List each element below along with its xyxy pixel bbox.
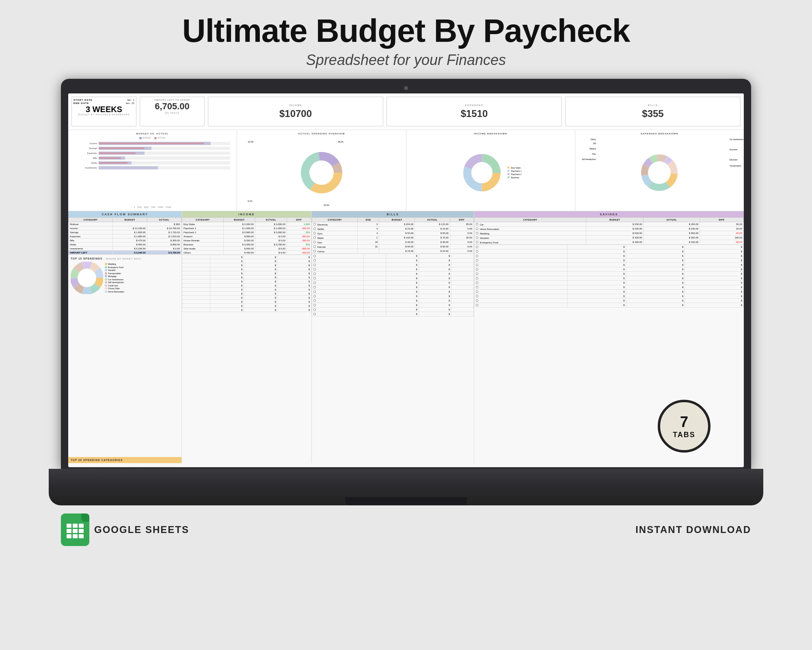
cf-col-cat: CATEGORY — [69, 218, 113, 222]
inc-diff: -500.00 — [287, 226, 311, 230]
sub-title: Spreadsheet for your Finances — [182, 52, 630, 69]
inc-budget: $ 2,000.00 — [224, 222, 255, 226]
savings-empty-row: $$$ — [475, 303, 744, 308]
bills-row: Gym 4 $ 55.00 $ 55.00 0.00 — [312, 231, 474, 236]
bills-row: Water 1 $ 100.00 $ 70.00 30.00 — [312, 236, 474, 240]
cf-cat: Savings — [69, 230, 113, 234]
sav-cat: Emergency Fund — [475, 240, 586, 245]
bills-due: 1 — [358, 236, 379, 240]
charts-row: BUDGET VS. ACTUAL BUDGET ACTUAL Income S… — [68, 130, 744, 211]
savings-table-header: SAVINGS — [474, 211, 744, 217]
cash-flow-row: Savings $ 1,800.00 $ 1,720.00 — [69, 230, 181, 234]
bills-empty-row: $$ — [312, 308, 474, 312]
savings-empty-row: $$$ — [475, 272, 744, 276]
bills-diff: 85.00 — [450, 222, 473, 227]
income-empty-row: $$$ — [182, 308, 311, 312]
left-panel: CASH FLOW SUMMARY CATEGORY BUDGET ACTUAL — [68, 211, 182, 463]
sav-budget: $ 400.00 — [586, 240, 644, 245]
inc-budget: $ 3,500.00 — [224, 243, 255, 247]
ts-title: TOP 10 SPENDINGS — [71, 257, 102, 260]
end-date-val: Jan - 22 — [125, 102, 134, 104]
income-empty-row: $$$ — [182, 288, 311, 292]
google-sheets-badge: GOOGLE SHEETS — [61, 514, 189, 546]
inc-col-budget: BUDGET — [224, 218, 255, 222]
expenses-label: EXPENSES — [389, 104, 560, 106]
laptop-wrapper: START DATE Jan - 1 END DATE Jan - 22 3 W… — [61, 79, 751, 505]
bills-diff: 0.00 — [450, 245, 473, 249]
bills-row: Internet 31 $ 50.00 $ 50.00 0.00 — [312, 245, 474, 249]
cash-flow-row: Bills $ 475.00 $ 355.00 — [69, 238, 181, 243]
income-val: $10700 — [210, 108, 381, 119]
income-row: Business $ 3,500.00 $ 3,700.00 200 — [182, 243, 311, 247]
inc-budget: $ 400.00 — [224, 251, 255, 255]
bills-label: BILLS — [567, 104, 739, 106]
sav-actual: $ 230.00 — [644, 227, 700, 231]
bills-row: Gas 18 $ 40.00 $ 35.00 5.00 — [312, 240, 474, 245]
ts-legend-item: Emergency Fund — [105, 266, 124, 269]
sav-actual: $ 300.00 — [644, 236, 700, 240]
sav-budget: $ 400.00 — [586, 236, 644, 240]
laptop-base — [49, 469, 763, 505]
instant-download-label: INSTANT DOWNLOAD — [635, 524, 751, 535]
ts-subtitle: WHERE MY MONEY WENT — [106, 258, 142, 260]
cash-flow-row: Rollover $ 390 — [69, 222, 181, 226]
legend-actual: ACTUAL — [158, 136, 166, 139]
bills-due: 4 — [358, 227, 379, 231]
savings-row: Home Renovation $ 250.00 $ 230.00 20.00 — [475, 227, 744, 231]
bills-due: 3 — [358, 222, 379, 227]
sav-actual: $ 430.00 — [644, 240, 700, 245]
bills-empty-row: $$ — [312, 303, 474, 308]
savings-empty-row: $$$ — [475, 281, 744, 285]
end-date-label: END DATE — [73, 102, 89, 104]
income-row: Side hustle $ 600.00 $ 0.00 -600.00 — [182, 247, 311, 251]
google-sheets-label: GOOGLE SHEETS — [94, 524, 189, 535]
cash-flow-row: Investments $ 5,200.00 $ 0.00 — [69, 247, 181, 251]
dashboard-label: BUDGET BY PAYCHECK DASHBOARD — [73, 113, 134, 116]
bills-empty-row: $$ — [312, 263, 474, 267]
bills-actual: $ 70.00 — [415, 236, 450, 240]
bills-budget: $ 100.00 — [379, 236, 415, 240]
inc-diff: 1,000 — [287, 222, 311, 226]
cf-cat: Debts — [69, 243, 113, 247]
bills-table-header: BILLS — [312, 211, 474, 217]
svg-point-4 — [309, 160, 334, 185]
bills-empty-row: $$ — [312, 254, 474, 258]
sav-budget: $ 500.00 — [586, 231, 644, 236]
income-empty-row: $$$ — [182, 304, 311, 308]
cash-flow-table: CATEGORY BUDGET ACTUAL Rollover $ 390 In… — [68, 217, 181, 255]
bills-col-diff: DIFF — [450, 218, 473, 222]
laptop-screen: START DATE Jan - 1 END DATE Jan - 22 3 W… — [68, 93, 744, 467]
on-track: ON TRACK — [142, 112, 203, 114]
income-empty-row: $$$ — [182, 271, 311, 275]
income-panel: INCOME CATEGORY BUDGET ACTUAL DIFF — [182, 211, 312, 463]
bills-empty-row: $$ — [312, 294, 474, 299]
inc-col-diff: DIFF — [287, 218, 311, 222]
cash-flow-row: Debts $ 950.00 $ 800.00 — [69, 243, 181, 247]
inc-actual: $ 0.00 — [255, 251, 287, 255]
cash-flow-row: Expenses $ 1,685.00 $ 1,510.00 — [69, 234, 181, 238]
savings-empty-row: $$$ — [475, 285, 744, 290]
sav-diff: -40.00 — [700, 231, 744, 236]
cash-flow-header: CASH FLOW SUMMARY — [68, 211, 181, 217]
weeks-display: 3 WEEKS — [73, 105, 134, 113]
bills-empty: $$ $$ $$ $$ $$ $$ $$ $$ $$ $$ $$ $$ $$ $… — [312, 254, 474, 463]
cf-budget: $ 1,685.00 — [113, 234, 147, 238]
savings-table: CATEGORY BUDGET ACTUAL DIFF Car $ 250.00… — [474, 217, 744, 245]
sav-col-diff: DIFF — [700, 218, 744, 222]
bills-budget: $ 15.00 — [379, 227, 415, 231]
bills-empty-row: $$ — [312, 276, 474, 281]
bills-cat: Internet — [312, 245, 358, 249]
eb-title: EXPENSES BREAKDOWN — [578, 132, 741, 135]
savings-empty-row: $$$ — [475, 276, 744, 281]
cf-col-budget: BUDGET — [113, 218, 147, 222]
cf-actual: $ 1,720.00 — [147, 230, 181, 234]
bills-col-due: DUE — [358, 218, 379, 222]
bills-col-budget: BUDGET — [379, 218, 415, 222]
sav-cat: Vacation — [475, 236, 586, 240]
sav-actual: $ 560.00 — [644, 231, 700, 236]
income-empty-row: $$$ — [182, 280, 311, 284]
cf-cat: Investments — [69, 247, 113, 251]
budget-vs-actual-chart: BUDGET VS. ACTUAL BUDGET ACTUAL Income S… — [68, 130, 237, 211]
income-row: House Rentals $ 350.00 $ 0.00 -350.00 — [182, 238, 311, 243]
cf-cat: Rollover — [69, 222, 113, 226]
